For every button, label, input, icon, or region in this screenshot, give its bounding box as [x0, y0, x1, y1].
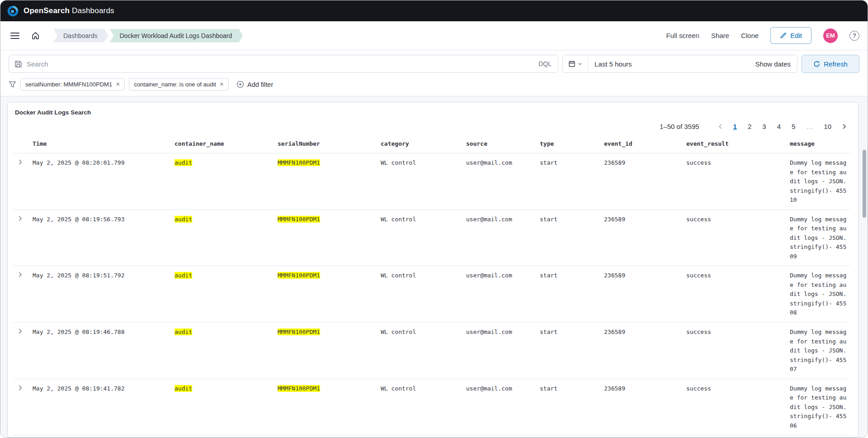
pagination-page[interactable]: 5 [789, 123, 798, 130]
avatar[interactable]: EM [823, 29, 838, 43]
pagination-page[interactable]: 10 [821, 123, 834, 130]
cell-serialNumber: MMMFN100PDM1 [278, 379, 381, 435]
add-filter-button[interactable]: Add filter [236, 81, 273, 88]
search-input[interactable] [27, 60, 533, 68]
highlighted-value: MMMFN100PDM1 [278, 159, 320, 166]
cell-source: user@mail.com [466, 153, 540, 210]
refresh-button[interactable]: Refresh [802, 55, 859, 73]
expand-row-button[interactable] [16, 328, 25, 336]
highlighted-value: MMMFN100PDM1 [278, 216, 320, 223]
filter-pill-label: serialNumber: MMMFN100PDM1 [25, 81, 112, 88]
home-button[interactable] [29, 29, 42, 42]
pagination-page[interactable]: 2 [745, 123, 754, 130]
clone-button[interactable]: Clone [741, 32, 759, 39]
chevron-right-icon [18, 159, 23, 165]
column-header-container_name[interactable]: container_name [175, 135, 278, 153]
highlighted-value: MMMFN100PDM1 [278, 272, 320, 279]
column-header-source[interactable]: source [466, 135, 540, 153]
panel-title[interactable]: Docker Audit Logs Search [13, 109, 93, 116]
nav-actions: Full screen Share Clone Edit EM ? [666, 27, 859, 44]
cell-time: May 2, 2025 @ 08:19:41.782 [33, 379, 175, 435]
cell-container_name: audit [175, 266, 278, 323]
remove-filter-icon[interactable]: ✕ [220, 81, 224, 87]
cell-message: Dummy log message for testing audit logs… [790, 379, 850, 435]
chevron-right-icon [18, 385, 23, 390]
pagination-pages-wrap: 12345…10 [717, 123, 848, 130]
column-header-message[interactable]: message [790, 135, 850, 153]
highlighted-value: audit [175, 328, 192, 335]
pagination-page[interactable]: 3 [760, 123, 769, 130]
calendar-button[interactable] [563, 55, 588, 72]
filter-bar: serialNumber: MMMFN100PDM1✕container_nam… [0, 76, 868, 96]
home-icon [31, 31, 40, 40]
saved-query-icon[interactable] [14, 60, 22, 68]
time-range-value[interactable]: Last 5 hours [588, 60, 749, 68]
query-language-button[interactable]: DQL [538, 60, 552, 67]
column-header-serialNumber[interactable]: serialNumber [278, 135, 381, 153]
cell-event_id: 236589 [604, 379, 686, 435]
table-row: May 2, 2025 @ 08:19:36.779auditMMMFN100P… [13, 435, 850, 438]
column-header-Time[interactable]: Time [33, 135, 175, 153]
menu-button[interactable] [9, 31, 21, 41]
chevron-right-icon [18, 272, 23, 277]
remove-filter-icon[interactable]: ✕ [116, 81, 120, 87]
top-brand-bar: OpenSearch Dashboards [0, 0, 868, 21]
hamburger-icon [10, 33, 19, 39]
filter-funnel-icon[interactable] [9, 81, 16, 88]
cell-source: user@mail.com [466, 322, 540, 379]
cell-time: May 2, 2025 @ 08:19:46.788 [33, 322, 175, 379]
cell-event_id: 236589 [604, 435, 686, 438]
cell-type: start [540, 435, 604, 438]
expand-row-button[interactable] [16, 271, 25, 280]
column-header-category[interactable]: category [381, 135, 466, 153]
next-page-button[interactable] [840, 123, 848, 130]
cell-category: WL control [381, 435, 466, 438]
cell-category: WL control [381, 322, 466, 379]
help-icon[interactable]: ? [849, 31, 859, 41]
highlighted-value: audit [175, 159, 192, 166]
pagination-pages: 12345…10 [731, 123, 834, 130]
cell-event_id: 236589 [604, 322, 686, 379]
breadcrumb-dashboards[interactable]: Dashboards [53, 29, 108, 43]
show-dates-button[interactable]: Show dates [749, 60, 797, 68]
expand-row-button[interactable] [16, 158, 25, 167]
highlighted-value: audit [175, 216, 192, 223]
pagination-ellipsis: … [803, 123, 816, 130]
cell-container_name: audit [175, 322, 278, 379]
pagination-page[interactable]: 4 [774, 123, 783, 130]
edit-button[interactable]: Edit [770, 27, 811, 44]
plus-in-circle-icon [236, 81, 244, 88]
table-row: May 2, 2025 @ 08:20:01.799auditMMMFN100P… [13, 153, 850, 210]
table-row: May 2, 2025 @ 08:19:41.782auditMMMFN100P… [13, 379, 850, 435]
column-header-type[interactable]: type [540, 135, 604, 153]
table-row: May 2, 2025 @ 08:19:51.792auditMMMFN100P… [13, 266, 850, 323]
brand-title: OpenSearch Dashboards [24, 6, 114, 15]
page-scrollbar-thumb[interactable] [863, 150, 866, 218]
previous-page-button[interactable] [717, 123, 724, 130]
chevron-left-icon [717, 124, 723, 129]
expand-cell [13, 209, 33, 266]
filter-pill[interactable]: container_name: is one of audit✕ [129, 78, 229, 90]
highlighted-value: MMMFN100PDM1 [278, 328, 320, 335]
column-header-event_id[interactable]: event_id [604, 135, 686, 153]
breadcrumb: Dashboards Docker Workload Audit Logs Da… [53, 29, 243, 43]
cell-source: user@mail.com [466, 379, 540, 435]
cell-serialNumber: MMMFN100PDM1 [278, 435, 381, 438]
expand-row-button[interactable] [16, 384, 25, 393]
expand-cell [13, 266, 33, 323]
cell-type: start [540, 153, 604, 210]
cell-event_result: success [686, 209, 790, 266]
share-button[interactable]: Share [711, 32, 729, 39]
cell-time: May 2, 2025 @ 08:19:36.779 [33, 435, 175, 438]
expand-row-button[interactable] [16, 215, 25, 224]
cell-message: Dummy log message for testing audit logs… [790, 209, 850, 266]
expand-cell [13, 153, 33, 210]
full-screen-button[interactable]: Full screen [666, 32, 699, 39]
cell-source: user@mail.com [466, 209, 540, 266]
pagination-page[interactable]: 1 [731, 123, 740, 130]
cell-message: Dummy log message for testing audit logs… [790, 322, 850, 379]
pencil-icon [780, 32, 787, 39]
column-header-event_result[interactable]: event_result [686, 135, 790, 153]
filter-pill-label: container_name: is one of audit [134, 81, 216, 88]
filter-pill[interactable]: serialNumber: MMMFN100PDM1✕ [20, 78, 125, 90]
